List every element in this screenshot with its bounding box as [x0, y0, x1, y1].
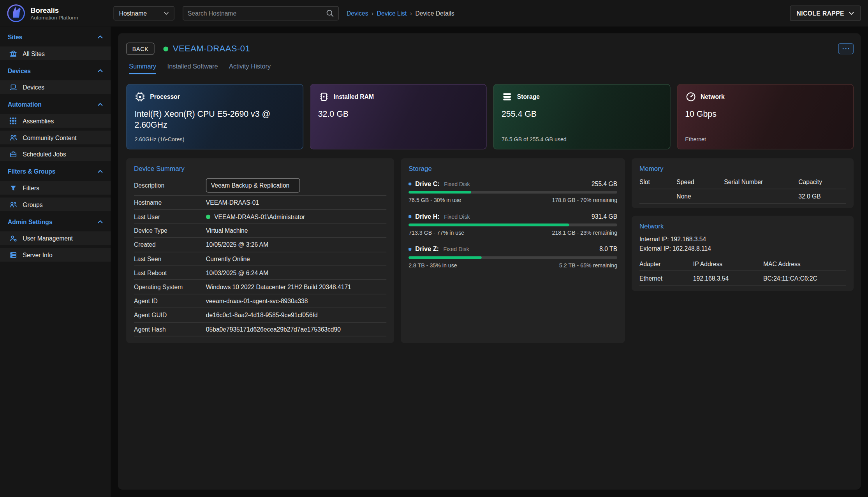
- sidebar-item-groups[interactable]: Groups: [0, 198, 111, 212]
- breadcrumb-current: Device Details: [416, 10, 454, 17]
- breadcrumb-device-list[interactable]: Device List: [377, 10, 407, 17]
- memory-table-header: Slot Speed Serial Number Capacity: [639, 175, 846, 189]
- sidebar-item-scheduled-jobs[interactable]: Scheduled Jobs: [0, 147, 111, 161]
- breadcrumb-separator: ›: [371, 10, 373, 17]
- tab-activity-history[interactable]: Activity History: [229, 63, 271, 74]
- processor-value: Intel(R) Xeon(R) CPU E5-2690 v3 @ 2.60GH…: [134, 109, 295, 131]
- sidebar-item-assemblies[interactable]: Assemblies: [0, 114, 111, 128]
- memory-panel: Memory Slot Speed Serial Number Capacity…: [632, 158, 854, 208]
- ram-value: 32.0 GB: [318, 109, 479, 120]
- network-card: Network 10 Gbps Ethernet: [677, 84, 854, 149]
- panel-title: Memory: [632, 158, 854, 175]
- drive-bullet-icon: [408, 215, 411, 218]
- storage-card: Storage 255.4 GB 76.5 GB of 255.4 GB use…: [493, 84, 670, 149]
- building-icon: [9, 49, 17, 57]
- sidebar-item-all-sites[interactable]: All Sites: [0, 46, 111, 60]
- user-name: NICOLE RAPPE: [797, 10, 844, 17]
- card-label: Network: [701, 93, 725, 100]
- drive-usage-bar: [408, 256, 617, 259]
- drive-row-h: Drive H: Fixed Disk 931.4 GB 713.3 GB - …: [408, 213, 617, 235]
- detail-grid: Device Summary Description Hostname VEEA…: [126, 158, 854, 343]
- description-input[interactable]: [206, 178, 300, 192]
- summary-row-hostname: Hostname VEEAM-DRAAS-01: [134, 196, 386, 210]
- grid-icon: [9, 117, 17, 124]
- processor-card: Processor Intel(R) Xeon(R) CPU E5-2690 v…: [126, 84, 303, 149]
- drive-row-c: Drive C: Fixed Disk 255.4 GB 76.5 GB - 3…: [408, 180, 617, 203]
- chevron-down-icon: [849, 12, 854, 15]
- borealis-logo-icon: [7, 4, 25, 23]
- briefcase-icon: [9, 150, 17, 158]
- summary-row-last-seen: Last Seen Currently Online: [134, 252, 386, 266]
- panel-title: Device Summary: [126, 158, 394, 175]
- installed-ram-card: Installed RAM 32.0 GB: [310, 84, 486, 149]
- summary-row-last-reboot: Last Reboot 10/03/2025 @ 6:24 AM: [134, 266, 386, 280]
- card-label: Installed RAM: [334, 93, 374, 100]
- online-status-icon: [164, 46, 169, 51]
- breadcrumb-devices[interactable]: Devices: [347, 10, 368, 17]
- drive-bullet-icon: [408, 182, 411, 185]
- server-icon: [9, 251, 17, 259]
- stat-cards: Processor Intel(R) Xeon(R) CPU E5-2690 v…: [126, 84, 854, 149]
- memory-table-row: None 32.0 GB: [639, 189, 846, 204]
- sidebar-item-filters[interactable]: Filters: [0, 181, 111, 195]
- search-icon[interactable]: [326, 9, 334, 17]
- sidebar: Sites All Sites Devices Devices Automati…: [0, 26, 111, 497]
- tab-summary[interactable]: Summary: [129, 63, 156, 74]
- summary-row-created: Created 10/05/2025 @ 3:26 AM: [134, 238, 386, 252]
- sidebar-section-admin-settings[interactable]: Admin Settings: [0, 216, 111, 227]
- drive-row-z: Drive Z: Fixed Disk 8.0 TB 2.8 TB - 35% …: [408, 246, 617, 268]
- people-icon: [9, 133, 17, 141]
- back-button[interactable]: BACK: [126, 42, 155, 54]
- search-field-dropdown-value: Hostname: [119, 10, 147, 17]
- storage-panel: Storage Drive C: Fixed Disk 255.4 GB 76.…: [401, 158, 625, 343]
- sidebar-section-automation[interactable]: Automation: [0, 99, 111, 110]
- processor-sub: 2.60GHz (16-Cores): [134, 136, 295, 142]
- brand-tagline: Automation Platform: [30, 14, 78, 21]
- chevron-up-icon: [97, 170, 103, 173]
- chevron-up-icon: [97, 35, 103, 39]
- laptop-icon: [9, 83, 17, 91]
- device-title: VEEAM-DRAAS-01: [173, 44, 250, 54]
- search-field-dropdown[interactable]: Hostname: [113, 6, 174, 21]
- storage-sub: 76.5 GB of 255.4 GB used: [502, 136, 662, 142]
- summary-row-agent-id: Agent ID veeam-draas-01-agent-svc-8930a3…: [134, 294, 386, 308]
- summary-row-agent-hash: Agent Hash 05ba0e7935171d626ecea29b27d7a…: [134, 322, 386, 336]
- app-viewport: Borealis Automation Platform Hostname De…: [0, 0, 868, 497]
- brand-name: Borealis: [30, 6, 78, 14]
- sidebar-item-community-content[interactable]: Community Content: [0, 130, 111, 144]
- network-sub: Ethernet: [685, 136, 845, 142]
- people-icon: [9, 200, 17, 208]
- chevron-up-icon: [97, 220, 103, 224]
- search-input[interactable]: [188, 10, 326, 17]
- device-tabs: Summary Installed Software Activity Hist…: [129, 63, 271, 74]
- user-menu-button[interactable]: NICOLE RAPPE: [790, 5, 861, 21]
- card-label: Storage: [517, 93, 540, 100]
- internal-ip: Internal IP: 192.168.3.54: [639, 235, 846, 244]
- chevron-up-icon: [97, 69, 103, 73]
- sidebar-item-user-management[interactable]: User Management: [0, 231, 111, 245]
- summary-row-description: Description: [134, 175, 386, 196]
- content-area: BACK VEEAM-DRAAS-01 Summary Installed So…: [111, 26, 868, 497]
- breadcrumb: Devices › Device List › Device Details: [347, 10, 454, 17]
- tab-installed-software[interactable]: Installed Software: [167, 63, 218, 74]
- sidebar-item-devices[interactable]: Devices: [0, 80, 111, 94]
- more-options-button[interactable]: [838, 43, 854, 54]
- disk-stack-icon: [502, 91, 512, 102]
- panel-title: Network: [632, 216, 854, 232]
- device-header: BACK VEEAM-DRAAS-01: [126, 40, 854, 57]
- sidebar-section-filters-groups[interactable]: Filters & Groups: [0, 166, 111, 177]
- gauge-icon: [685, 91, 696, 102]
- sidebar-item-server-info[interactable]: Server Info: [0, 248, 111, 262]
- network-panel: Network Internal IP: 192.168.3.54 Extern…: [632, 216, 854, 291]
- sidebar-section-sites[interactable]: Sites: [0, 32, 111, 42]
- funnel-icon: [9, 184, 17, 192]
- sidebar-section-devices[interactable]: Devices: [0, 65, 111, 76]
- external-ip: External IP: 162.248.8.114: [639, 244, 846, 253]
- chevron-down-icon: [164, 12, 169, 15]
- summary-row-agent-guid: Agent GUID de16c0c1-8aa2-4d18-9585-9ce91…: [134, 308, 386, 322]
- summary-row-last-user: Last User VEEAM-DRAAS-01\Administrator: [134, 210, 386, 224]
- drive-bullet-icon: [408, 248, 411, 250]
- drive-usage-bar: [408, 191, 617, 193]
- panel-title: Storage: [401, 158, 625, 175]
- network-table-header: Adapter IP Address MAC Address: [639, 257, 846, 271]
